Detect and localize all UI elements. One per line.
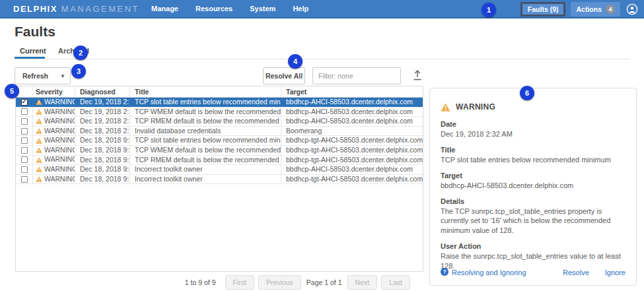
table-row[interactable]: WARNINGDec 19, 2018 2:32 AMTCP RMEM defa… bbox=[16, 117, 423, 127]
severity-text: WARNING bbox=[44, 98, 75, 107]
severity-cell: WARNING bbox=[33, 175, 75, 184]
warning-icon bbox=[36, 118, 42, 124]
row-checkbox[interactable]: ✓ bbox=[21, 99, 28, 106]
table-row[interactable]: WARNINGDec 19, 2018 2:32 AMTCP WMEM defa… bbox=[16, 108, 423, 117]
table-row[interactable]: WARNINGDec 18, 2018 9:52 AMTCP WMEM defa… bbox=[16, 146, 423, 156]
ignore-link[interactable]: Ignore bbox=[605, 269, 626, 276]
export-icon[interactable] bbox=[411, 69, 423, 81]
tab-current[interactable]: Current bbox=[20, 47, 46, 55]
detail-date-value: Dec 19, 2018 2:32 AM bbox=[441, 129, 626, 139]
svg-text:?: ? bbox=[443, 269, 446, 275]
row-checkbox[interactable] bbox=[21, 128, 28, 135]
row-checkbox[interactable] bbox=[21, 137, 28, 144]
warning-icon bbox=[36, 157, 42, 163]
callout-badge-2: 2 bbox=[73, 46, 88, 60]
row-checkbox[interactable] bbox=[21, 176, 28, 183]
faults-button[interactable]: Faults (9) bbox=[520, 2, 566, 16]
severity-cell: WARNING bbox=[33, 127, 75, 136]
detail-target-value: bbdhcp-AHCI-58503.dcenter.delphix.com bbox=[441, 181, 626, 191]
refresh-button[interactable]: Refresh bbox=[15, 67, 56, 84]
row-checkbox[interactable] bbox=[21, 166, 28, 173]
page-indicator: Page 1 of 1 bbox=[306, 278, 342, 286]
page-title: Faults bbox=[15, 24, 55, 40]
row-checkbox[interactable] bbox=[21, 108, 28, 115]
row-checkbox-cell[interactable] bbox=[16, 136, 33, 145]
row-checkbox[interactable] bbox=[21, 156, 28, 163]
table-row[interactable]: WARNINGDec 18, 2018 9:40 AMIncorrect too… bbox=[16, 165, 423, 175]
table-body: ✓WARNINGDec 19, 2018 2:32 AMTCP slot tab… bbox=[16, 98, 423, 184]
user-profile-icon[interactable] bbox=[626, 3, 639, 16]
table-row[interactable]: WARNINGDec 18, 2018 2:23 PMInvalid datab… bbox=[16, 127, 423, 137]
detail-date-label: Date bbox=[441, 120, 626, 128]
warning-icon bbox=[36, 128, 42, 134]
target-cell: bbdhcp-tgt-AHCI-58503.dcenter.delphix.co… bbox=[281, 136, 423, 145]
title-cell: TCP WMEM default is below the recommende… bbox=[130, 108, 281, 117]
severity-text: WARNING bbox=[44, 117, 75, 126]
row-checkbox-cell[interactable] bbox=[16, 165, 33, 174]
target-cell: bbdhcp-AHCI-58503.dcenter.delphix.com bbox=[281, 165, 423, 174]
row-checkbox[interactable] bbox=[21, 147, 28, 154]
filter-input[interactable] bbox=[312, 67, 401, 84]
table-row[interactable]: ✓WARNINGDec 19, 2018 2:32 AMTCP slot tab… bbox=[16, 98, 423, 108]
detail-severity: WARNING bbox=[456, 102, 495, 112]
row-checkbox-cell[interactable] bbox=[16, 108, 33, 117]
nav-item-resources[interactable]: Resources bbox=[196, 5, 233, 13]
actions-button[interactable]: Actions 4 bbox=[571, 2, 620, 16]
diagnosed-cell: Dec 18, 2018 9:40 AM bbox=[75, 165, 130, 174]
detail-details-label: Details bbox=[441, 197, 626, 205]
title-cell: Incorrect toolkit owner bbox=[130, 175, 281, 184]
diagnosed-cell: Dec 18, 2018 9:52 AM bbox=[75, 136, 130, 145]
column-header-severity[interactable]: Severity bbox=[33, 86, 75, 97]
table-row[interactable]: WARNINGDec 18, 2018 9:39 AMIncorrect too… bbox=[16, 175, 423, 185]
severity-cell: WARNING bbox=[33, 98, 75, 107]
diagnosed-cell: Dec 18, 2018 9:52 AM bbox=[75, 146, 130, 155]
callout-badge-1: 1 bbox=[482, 3, 496, 17]
refresh-dropdown-caret[interactable]: ▼ bbox=[55, 67, 71, 84]
nav-item-manage[interactable]: Manage bbox=[151, 5, 178, 13]
faults-table: Severity Diagnosed Title Target ✓WARNING… bbox=[15, 86, 423, 272]
row-checkbox-cell[interactable] bbox=[16, 127, 33, 136]
detail-useraction-label: User Action bbox=[441, 242, 626, 250]
callout-badge-3: 3 bbox=[71, 64, 86, 79]
title-cell: TCP RMEM default is below the recommende… bbox=[130, 117, 281, 126]
resolving-ignoring-help-link[interactable]: ? Resolving and Ignoring bbox=[441, 268, 526, 277]
table-row[interactable]: WARNINGDec 18, 2018 9:52 AMTCP slot tabl… bbox=[16, 136, 423, 146]
callout-badge-6: 6 bbox=[520, 86, 534, 100]
tabs-divider bbox=[15, 59, 629, 59]
resolve-link[interactable]: Resolve bbox=[563, 269, 589, 276]
diagnosed-cell: Dec 18, 2018 9:52 AM bbox=[75, 156, 130, 165]
row-checkbox-cell[interactable] bbox=[16, 175, 33, 184]
column-header-diagnosed[interactable]: Diagnosed bbox=[75, 86, 130, 97]
first-page-button[interactable]: First bbox=[225, 275, 254, 290]
warning-icon bbox=[36, 138, 42, 144]
severity-text: WARNING bbox=[44, 146, 75, 155]
detail-details-value: The TCP sunrpc.tcp_slot_table_entries pr… bbox=[441, 207, 626, 236]
column-header-title[interactable]: Title bbox=[130, 86, 281, 97]
target-cell: bbdhcp-tgt-AHCI-58503.dcenter.delphix.co… bbox=[281, 146, 423, 155]
row-checkbox[interactable] bbox=[21, 118, 28, 125]
severity-text: WARNING bbox=[44, 108, 75, 117]
last-page-button[interactable]: Last bbox=[381, 275, 410, 290]
row-checkbox-cell[interactable] bbox=[16, 146, 33, 155]
nav-item-system[interactable]: System bbox=[250, 5, 275, 13]
diagnosed-cell: Dec 18, 2018 2:23 PM bbox=[75, 127, 130, 136]
diagnosed-cell: Dec 19, 2018 2:32 AM bbox=[75, 98, 130, 107]
table-row[interactable]: WARNINGDec 18, 2018 9:52 AMTCP RMEM defa… bbox=[16, 156, 423, 166]
row-checkbox-cell[interactable]: ✓ bbox=[16, 98, 33, 107]
severity-text: WARNING bbox=[44, 136, 75, 145]
detail-title-value: TCP slot table entries below recommended… bbox=[441, 155, 626, 165]
title-cell: TCP slot table entries below recommended… bbox=[130, 136, 281, 145]
previous-page-button[interactable]: Previous bbox=[258, 275, 301, 290]
title-cell: TCP WMEM default is below the recommende… bbox=[130, 146, 281, 155]
target-cell: bbdhcp-tgt-AHCI-58503.dcenter.delphix.co… bbox=[281, 156, 423, 165]
row-checkbox-cell[interactable] bbox=[16, 117, 33, 126]
resolve-all-button[interactable]: Resolve All bbox=[263, 67, 305, 84]
row-checkbox-cell[interactable] bbox=[16, 156, 33, 165]
warning-icon bbox=[36, 166, 42, 172]
column-header-target[interactable]: Target bbox=[281, 86, 423, 97]
callout-badge-4: 4 bbox=[288, 54, 303, 69]
title-cell: TCP RMEM default is below the recommende… bbox=[130, 156, 281, 165]
next-page-button[interactable]: Next bbox=[347, 275, 378, 290]
severity-text: WARNING bbox=[44, 156, 75, 165]
nav-item-help[interactable]: Help bbox=[293, 5, 308, 13]
